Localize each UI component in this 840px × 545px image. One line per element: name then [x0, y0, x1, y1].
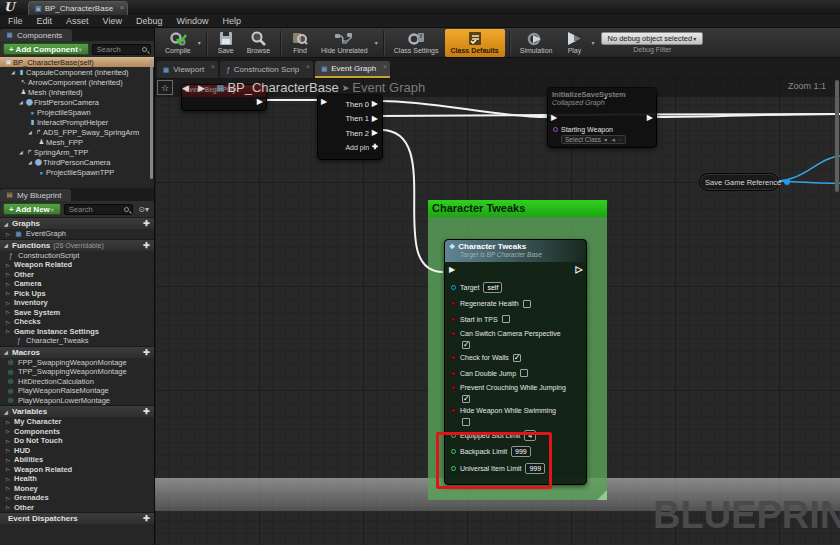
- function-list-item[interactable]: ConstructionScript: [0, 251, 154, 261]
- close-icon[interactable]: ×: [383, 63, 387, 70]
- menu-item[interactable]: Asset: [66, 16, 89, 26]
- tab-viewport[interactable]: Viewport×: [157, 61, 218, 78]
- exec-in-pin[interactable]: ▶: [449, 266, 455, 274]
- save-game-reference-node[interactable]: Save Game Reference: [699, 173, 779, 191]
- sequence-node[interactable]: ▶ Then 0▶ Then 1▶ Then 2▶: [317, 94, 383, 160]
- component-tree-item[interactable]: ◢ ADS_FPP_Sway_SpringArm: [0, 127, 154, 137]
- find-button[interactable]: Find: [285, 29, 315, 57]
- variable-category-item[interactable]: ▷ Money: [0, 484, 154, 494]
- close-icon[interactable]: ×: [306, 63, 310, 70]
- checkbox[interactable]: [462, 341, 470, 349]
- data-pin[interactable]: [451, 355, 456, 360]
- sequence-then-pin[interactable]: Then 1▶: [345, 112, 378, 127]
- variable-category-item[interactable]: ▷ Components: [0, 427, 154, 437]
- variable-category-item[interactable]: ▷ Other: [0, 503, 154, 513]
- graph-canvas[interactable]: BLUEPRINT Character Tweaks Event BeginPl…: [155, 78, 840, 545]
- data-pin[interactable]: [451, 285, 456, 290]
- variable-category-item[interactable]: ▷ Health: [0, 474, 154, 484]
- sequence-then-pin[interactable]: Then 0▶: [345, 97, 378, 112]
- variables-section-header[interactable]: ◢ Variables✚: [0, 405, 154, 417]
- breadcrumb-current[interactable]: Event Graph: [352, 80, 425, 95]
- use-asset-icon[interactable]: ◄: [610, 137, 616, 143]
- component-tree-item[interactable]: BP_CharacterBase(self): [0, 57, 154, 67]
- checkbox[interactable]: [502, 315, 510, 323]
- my-blueprint-search-input[interactable]: Search: [64, 204, 133, 215]
- expander-icon[interactable]: ▷: [6, 271, 11, 277]
- expander-icon[interactable]: ▷: [6, 476, 11, 482]
- data-pin[interactable]: [451, 331, 456, 336]
- menu-item[interactable]: Edit: [37, 16, 53, 26]
- menu-item[interactable]: Debug: [136, 16, 163, 26]
- checkbox[interactable]: [462, 418, 470, 426]
- expander-icon[interactable]: ▷: [6, 231, 11, 237]
- tab-construction-script[interactable]: Construction Scrip×: [220, 61, 313, 78]
- function-list-item[interactable]: ▷ Camera: [0, 279, 154, 289]
- component-tree-item[interactable]: Mesh_FPP: [0, 137, 154, 147]
- variable-category-item[interactable]: ▷ Abilities: [0, 455, 154, 465]
- exec-in-pin[interactable]: ▶: [551, 114, 557, 122]
- components-search-input[interactable]: Search: [92, 44, 151, 55]
- class-pin[interactable]: [553, 127, 558, 132]
- class-settings-button[interactable]: Class Settings: [388, 29, 445, 57]
- checkbox[interactable]: [523, 300, 531, 308]
- expander-icon[interactable]: ▷: [6, 281, 11, 287]
- exec-in-pin[interactable]: ▶: [321, 98, 327, 106]
- function-list-item[interactable]: ▷ Inventory: [0, 298, 154, 308]
- hide-unrelated-button[interactable]: Hide Unrelated: [315, 29, 374, 57]
- function-list-item[interactable]: Character_Tweaks: [0, 336, 154, 346]
- component-tree-item[interactable]: Mesh (Inherited): [0, 87, 154, 97]
- exec-out-pin[interactable]: ▶: [647, 114, 653, 122]
- data-pin[interactable]: [451, 317, 456, 322]
- expander-icon[interactable]: ▷: [6, 495, 11, 501]
- checkbox[interactable]: [513, 354, 521, 362]
- add-new-button[interactable]: + Add New▾: [3, 203, 61, 215]
- data-pin[interactable]: [451, 301, 456, 306]
- debug-object-dropdown[interactable]: No debug object selected▾: [601, 32, 703, 45]
- expander-icon[interactable]: ▷: [6, 262, 11, 268]
- expander-icon[interactable]: ▷: [6, 438, 11, 444]
- menu-item[interactable]: File: [8, 16, 23, 26]
- macro-list-item[interactable]: TPP_SwappingWeaponMontage: [0, 367, 154, 377]
- exec-out-pin[interactable]: ▶: [257, 98, 263, 106]
- value-field[interactable]: self: [483, 282, 502, 293]
- compile-options-arrow[interactable]: ▾: [198, 39, 201, 46]
- bookmark-star-icon[interactable]: ☆: [157, 80, 173, 95]
- function-list-item[interactable]: ▷ Save System: [0, 308, 154, 318]
- macro-list-item[interactable]: PlayWeaponLowerMontage: [0, 396, 154, 406]
- add-function-icon[interactable]: ✚: [143, 241, 150, 250]
- checkbox[interactable]: [462, 395, 470, 403]
- checkbox[interactable]: [520, 369, 528, 377]
- expander-icon[interactable]: ▷: [6, 309, 11, 315]
- save-button[interactable]: Save: [211, 29, 241, 57]
- component-tree-item[interactable]: ◢ SpringArm_TPP: [0, 147, 154, 157]
- object-out-pin[interactable]: [784, 179, 790, 185]
- sequence-then-pin[interactable]: Then 2▶: [345, 126, 378, 141]
- component-tree-item[interactable]: InteractPromptHelper: [0, 117, 154, 127]
- data-pin[interactable]: [451, 408, 456, 413]
- comment-title[interactable]: Character Tweaks: [428, 200, 607, 217]
- expander-icon[interactable]: ▷: [6, 319, 11, 325]
- play-button[interactable]: Play: [558, 29, 590, 57]
- expander-icon[interactable]: ▷: [6, 485, 11, 491]
- macro-list-item[interactable]: FPP_SwappingWeaponMontage: [0, 358, 154, 368]
- expander-icon[interactable]: ▷: [6, 419, 11, 425]
- exec-out-pin[interactable]: ▶: [372, 115, 378, 123]
- close-icon[interactable]: ×: [119, 3, 124, 12]
- variable-category-item[interactable]: ▷ Grenades: [0, 493, 154, 503]
- class-defaults-button[interactable]: Class Defaults: [445, 29, 505, 57]
- component-tree-item[interactable]: ◢ ThirdPersonCamera: [0, 157, 154, 167]
- compile-button[interactable]: Compile: [159, 29, 197, 57]
- expander-icon[interactable]: ▷: [6, 447, 11, 453]
- function-list-item[interactable]: ▷ Game Instance Settings: [0, 327, 154, 337]
- macro-list-item[interactable]: HitDirectionCalculation: [0, 377, 154, 387]
- component-tree-item[interactable]: ArrowComponent (Inherited): [0, 77, 154, 87]
- expander-icon[interactable]: ▷: [6, 300, 11, 306]
- function-list-item[interactable]: ▷ Other: [0, 270, 154, 280]
- variable-category-item[interactable]: ▷ My Character: [0, 417, 154, 427]
- browse-button[interactable]: Browse: [241, 29, 276, 57]
- graph-vertical-scrollbar[interactable]: [835, 80, 839, 192]
- functions-section-header[interactable]: ◢ Functions (26 Overridable) ✚: [0, 239, 154, 251]
- macro-list-item[interactable]: PlayWeaponRaiseMontage: [0, 386, 154, 396]
- expander-icon[interactable]: ▷: [6, 504, 11, 510]
- graph-list-item[interactable]: ▷ EventGraph: [0, 229, 154, 239]
